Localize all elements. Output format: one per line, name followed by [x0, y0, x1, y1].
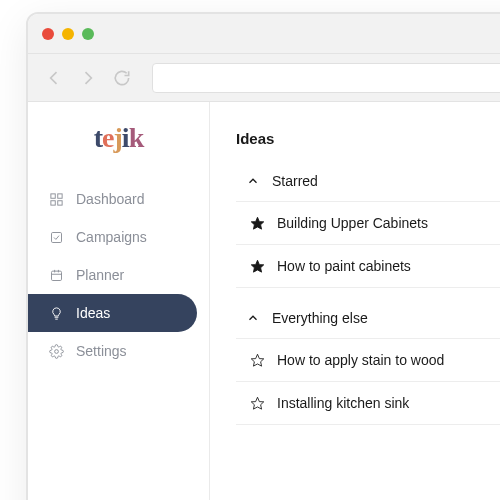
sidebar-item-planner[interactable]: Planner — [28, 256, 209, 294]
browser-toolbar — [28, 54, 500, 102]
idea-list-starred: Building Upper Cabinets How to paint cab… — [236, 201, 500, 288]
svg-marker-10 — [251, 217, 264, 229]
chevron-up-icon — [246, 311, 260, 325]
star-filled-icon[interactable] — [250, 216, 265, 231]
reload-button[interactable] — [110, 66, 134, 90]
idea-item[interactable]: Installing kitchen sink — [236, 381, 500, 425]
traffic-lights — [42, 28, 94, 40]
address-bar[interactable] — [152, 63, 500, 93]
svg-rect-0 — [50, 193, 54, 197]
maximize-window-button[interactable] — [82, 28, 94, 40]
sidebar-item-settings[interactable]: Settings — [28, 332, 209, 370]
svg-point-9 — [54, 349, 58, 353]
idea-item[interactable]: Building Upper Cabinets — [236, 201, 500, 244]
idea-item[interactable]: How to apply stain to wood — [236, 338, 500, 381]
svg-rect-5 — [51, 271, 61, 280]
group-header-starred[interactable]: Starred — [236, 169, 500, 201]
idea-list-everything-else: How to apply stain to wood Installing ki… — [236, 338, 500, 425]
sidebar-item-label: Ideas — [76, 305, 110, 321]
sidebar-nav: Dashboard Campaigns Planner — [28, 180, 209, 370]
star-filled-icon[interactable] — [250, 259, 265, 274]
idea-title: Installing kitchen sink — [277, 395, 409, 411]
chevron-up-icon — [246, 174, 260, 188]
ideas-icon — [48, 305, 64, 321]
minimize-window-button[interactable] — [62, 28, 74, 40]
window-titlebar: × + — [28, 14, 500, 54]
campaigns-icon — [48, 229, 64, 245]
main-panel: Ideas Starred Building Upper Cabinets — [210, 102, 500, 500]
svg-marker-13 — [251, 397, 264, 409]
idea-title: How to apply stain to wood — [277, 352, 444, 368]
browser-window: × + tejik Dashboard — [26, 12, 500, 500]
sidebar-item-label: Campaigns — [76, 229, 147, 245]
planner-icon — [48, 267, 64, 283]
group-label: Starred — [272, 173, 318, 189]
sidebar-item-label: Dashboard — [76, 191, 145, 207]
svg-rect-3 — [57, 200, 61, 204]
page-title: Ideas — [236, 130, 500, 147]
group-label: Everything else — [272, 310, 368, 326]
sidebar-item-dashboard[interactable]: Dashboard — [28, 180, 209, 218]
back-button[interactable] — [42, 66, 66, 90]
idea-title: Building Upper Cabinets — [277, 215, 428, 231]
star-outline-icon[interactable] — [250, 353, 265, 368]
settings-icon — [48, 343, 64, 359]
sidebar-item-ideas[interactable]: Ideas — [28, 294, 197, 332]
sidebar-item-campaigns[interactable]: Campaigns — [28, 218, 209, 256]
sidebar-item-label: Planner — [76, 267, 124, 283]
idea-title: How to paint cabinets — [277, 258, 411, 274]
sidebar-item-label: Settings — [76, 343, 127, 359]
svg-rect-2 — [50, 200, 54, 204]
app-content: tejik Dashboard Campaigns — [28, 102, 500, 500]
forward-button[interactable] — [76, 66, 100, 90]
app-logo: tejik — [28, 122, 209, 154]
idea-item[interactable]: How to paint cabinets — [236, 244, 500, 288]
sidebar: tejik Dashboard Campaigns — [28, 102, 210, 500]
svg-rect-4 — [51, 232, 61, 242]
star-outline-icon[interactable] — [250, 396, 265, 411]
group-header-everything-else[interactable]: Everything else — [236, 306, 500, 338]
svg-marker-11 — [251, 260, 264, 272]
svg-marker-12 — [251, 354, 264, 366]
dashboard-icon — [48, 191, 64, 207]
close-window-button[interactable] — [42, 28, 54, 40]
svg-rect-1 — [57, 193, 61, 197]
